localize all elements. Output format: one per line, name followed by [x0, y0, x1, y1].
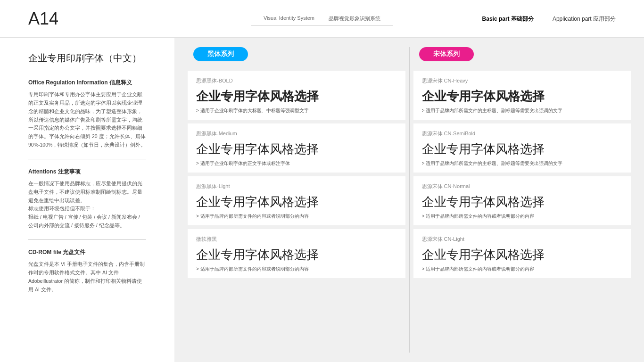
- heiti-card-bold: 思源黑体-BOLD 企业专用字体风格选择 适用于企业印刷字体的大标题、中标题等强…: [188, 71, 405, 120]
- heiti-msyh-name: 微软雅黑: [196, 236, 397, 243]
- sidebar-section-attentions-text: 在一般情况下使用品牌标志，应尽量使用提供的光盘电子文件，不建议使用标准制图绘制标…: [28, 180, 146, 230]
- header: A14 Visual Identity System 品牌视觉形象识别系统 Ba…: [0, 0, 644, 38]
- header-right: Basic part 基础部分 Application part 应用部分: [482, 15, 616, 23]
- songti-normal-sample: 企业专用字体风格选择: [422, 194, 623, 210]
- songti-semibold-sample: 企业专用字体风格选择: [422, 141, 623, 157]
- heiti-cards: 思源黑体-BOLD 企业专用字体风格选择 适用于企业印刷字体的大标题、中标题等强…: [184, 69, 409, 353]
- songti-card-heavy: 思源宋体 CN-Heavy 企业专用字体风格选择 适用于品牌内部所需文件的主标题…: [413, 71, 631, 120]
- heiti-light-name: 思源黑体-Light: [196, 183, 397, 190]
- badge-songti: 宋体系列: [419, 47, 474, 61]
- sidebar-title: 企业专用印刷字体（中文）: [28, 52, 146, 65]
- header-center-bottom-line: [251, 25, 393, 25]
- sidebar-section-office-text: 专用印刷字体和专用办公字体主要应用于企业文献的正文及实务用品，所选定的字体用以实…: [28, 90, 146, 149]
- songti-normal-desc: 适用于品牌内部所需文件的内容或者说明部分的内容: [422, 213, 623, 220]
- app-part-label: Application part 应用部分: [553, 15, 616, 23]
- songti-card-cn-light: 思源宋体 CN-Light 企业专用字体风格选择 适用于品牌内部所需文件的内容或…: [413, 229, 631, 278]
- songti-heavy-sample: 企业专用字体风格选择: [422, 88, 623, 105]
- heiti-card-medium: 思源黑体-Medium 企业专用字体风格选择 适用于企业印刷字体的正文字体或标注…: [188, 123, 405, 173]
- brand-label: 品牌视觉形象识别系统: [329, 15, 380, 22]
- heiti-medium-desc: 适用于企业印刷字体的正文字体或标注字体: [196, 160, 397, 167]
- heiti-light-sample: 企业专用字体风格选择: [196, 194, 397, 210]
- header-center-top-line: [251, 12, 393, 12]
- songti-normal-name: 思源宋体 CN-Normal: [422, 183, 623, 190]
- songti-semibold-name: 思源宋体 CN-SemiBold: [422, 130, 623, 137]
- songti-card-normal: 思源宋体 CN-Normal 企业专用字体风格选择 适用于品牌内部所需文件的内容…: [413, 176, 631, 225]
- content-area: 黑体系列 思源黑体-BOLD 企业专用字体风格选择 适用于企业印刷字体的大标题、…: [174, 38, 644, 362]
- songti-cards: 思源宋体 CN-Heavy 企业专用字体风格选择 适用于品牌内部所需文件的主标题…: [410, 69, 635, 353]
- songti-card-semibold: 思源宋体 CN-SemiBold 企业专用字体风格选择 适用于品牌内部所需文件的…: [413, 123, 631, 173]
- heiti-bold-sample: 企业专用字体风格选择: [196, 88, 397, 105]
- songti-heavy-desc: 适用于品牌内部所需文件的主标题、副标题等需要突出强调的文字: [422, 107, 623, 114]
- badge-heiti: 黑体系列: [193, 47, 248, 61]
- heiti-bold-desc: 适用于企业印刷字体的大标题、中标题等强调型文字: [196, 107, 397, 114]
- vis-label: Visual Identity System: [264, 15, 314, 22]
- heiti-light-desc: 适用于品牌内部所需文件的内容或者说明部分的内容: [196, 213, 397, 220]
- songti-cn-light-desc: 适用于品牌内部所需文件的内容或者说明部分的内容: [422, 266, 623, 272]
- header-center-text: Visual Identity System 品牌视觉形象识别系统: [264, 15, 380, 22]
- page-id: A14: [28, 9, 58, 29]
- heiti-medium-name: 思源黑体-Medium: [196, 130, 397, 137]
- songti-semibold-desc: 适用于品牌内部所需文件的主标题、副标题等需要突出强调的文字: [422, 160, 623, 167]
- heiti-msyh-sample: 企业专用字体风格选择: [196, 247, 397, 263]
- col-songti: 宋体系列 思源宋体 CN-Heavy 企业专用字体风格选择 适用于品牌内部所需文…: [409, 47, 635, 353]
- col-songti-header: 宋体系列: [410, 47, 635, 69]
- songti-cn-light-sample: 企业专用字体风格选择: [422, 247, 623, 263]
- header-center: Visual Identity System 品牌视觉形象识别系统: [251, 12, 393, 25]
- songti-heavy-name: 思源宋体 CN-Heavy: [422, 77, 623, 84]
- sidebar-section-attentions: Attentions 注意事项 在一般情况下使用品牌标志，应尽量使用提供的光盘电…: [28, 168, 146, 230]
- sidebar-section-office-heading: Office Regulation Information 信息释义: [28, 79, 146, 87]
- heiti-msyh-desc: 适用于品牌内部所需文件的内容或者说明部分的内容: [196, 266, 397, 272]
- songti-cn-light-name: 思源宋体 CN-Light: [422, 236, 623, 243]
- sidebar-section-cdrom-heading: CD-ROM file 光盘文件: [28, 248, 146, 256]
- sidebar-divider-2: [28, 239, 146, 240]
- heiti-bold-name: 思源黑体-BOLD: [196, 77, 397, 84]
- heiti-medium-sample: 企业专用字体风格选择: [196, 141, 397, 157]
- col-heiti: 黑体系列 思源黑体-BOLD 企业专用字体风格选择 适用于企业印刷字体的大标题、…: [184, 47, 409, 353]
- sidebar: 企业专用印刷字体（中文） Office Regulation Informati…: [0, 38, 174, 362]
- sidebar-section-office: Office Regulation Information 信息释义 专用印刷字…: [28, 79, 146, 149]
- col-heiti-header: 黑体系列: [184, 47, 409, 69]
- heiti-card-light: 思源黑体-Light 企业专用字体风格选择 适用于品牌内部所需文件的内容或者说明…: [188, 176, 405, 225]
- heiti-card-msyh: 微软雅黑 企业专用字体风格选择 适用于品牌内部所需文件的内容或者说明部分的内容: [188, 229, 405, 278]
- sidebar-section-attentions-heading: Attentions 注意事项: [28, 168, 146, 176]
- sidebar-divider-1: [28, 159, 146, 159]
- sidebar-section-cdrom: CD-ROM file 光盘文件 光盘文件是本 VI 手册电子文件的集合，内含手…: [28, 248, 146, 294]
- main: 企业专用印刷字体（中文） Office Regulation Informati…: [0, 38, 644, 362]
- basic-part-label: Basic part 基础部分: [482, 15, 534, 23]
- sidebar-section-cdrom-text: 光盘文件是本 VI 手册电子文件的集合，内含手册制作时的专用软件格式文件。其中 …: [28, 260, 146, 294]
